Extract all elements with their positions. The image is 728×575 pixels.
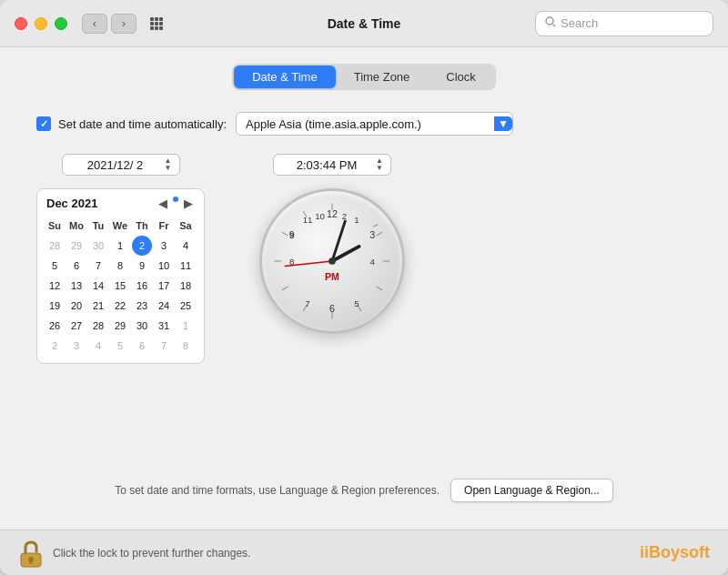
calendar-header-row: Su Mo Tu We Th Fr Sa <box>45 216 197 236</box>
bottom-row: To set date and time formats, use Langua… <box>36 469 692 511</box>
cal-header-su: Su <box>45 216 65 236</box>
svg-rect-2 <box>159 17 163 21</box>
back-button[interactable]: ‹ <box>82 14 107 34</box>
cal-day[interactable]: 14 <box>88 276 108 296</box>
cal-day[interactable]: 12 <box>45 276 65 296</box>
auto-row: ✓ Set date and time automatically: Apple… <box>36 112 692 136</box>
cal-day[interactable]: 28 <box>45 236 65 256</box>
forward-button[interactable]: › <box>111 14 136 34</box>
svg-line-19 <box>282 287 288 290</box>
time-input[interactable]: 2:03:44 PM ▲ ▼ <box>273 154 391 176</box>
cal-dot-icon <box>173 197 178 202</box>
tab-group: Date & Time Time Zone Clock <box>232 64 496 90</box>
grid-button[interactable] <box>144 14 169 34</box>
cal-header-fr: Fr <box>154 216 174 236</box>
cal-day[interactable]: 13 <box>66 276 86 296</box>
date-down-icon[interactable]: ▼ <box>165 165 172 172</box>
time-value: 2:03:44 PM <box>281 158 372 172</box>
brand-logo: iiBoysoft <box>640 543 710 562</box>
calendar-row-6: 2 3 4 5 6 7 8 <box>45 336 197 356</box>
cal-day[interactable]: 1 <box>176 316 196 336</box>
search-icon <box>545 16 556 30</box>
search-placeholder: Search <box>561 16 598 30</box>
cal-day[interactable]: 4 <box>88 336 108 356</box>
cal-prev-button[interactable]: ◀ <box>157 197 169 210</box>
cal-day[interactable]: 9 <box>132 256 152 276</box>
close-button[interactable] <box>15 17 27 30</box>
cal-day[interactable]: 7 <box>88 256 108 276</box>
lock-label: Click the lock to prevent further change… <box>53 547 250 560</box>
server-text: Apple Asia (time.asia.apple.com.) <box>246 117 490 131</box>
svg-text:1: 1 <box>354 215 359 225</box>
cal-day[interactable]: 26 <box>45 316 65 336</box>
cal-next-button[interactable]: ▶ <box>182 197 195 210</box>
time-stepper[interactable]: ▲ ▼ <box>376 157 383 172</box>
open-language-region-button[interactable]: Open Language & Region... <box>450 479 613 502</box>
svg-rect-3 <box>150 22 154 25</box>
cal-day[interactable]: 23 <box>132 296 152 316</box>
svg-line-21 <box>282 232 288 236</box>
cal-day[interactable]: 11 <box>176 256 196 276</box>
cal-day[interactable]: 8 <box>176 336 196 356</box>
cal-day[interactable]: 29 <box>66 236 86 256</box>
cal-day[interactable]: 5 <box>45 256 65 276</box>
tab-clock[interactable]: Clock <box>428 66 494 88</box>
left-section: 2021/12/ 2 ▲ ▼ Dec 2021 ◀ ▶ <box>36 154 205 364</box>
tab-date-time[interactable]: Date & Time <box>234 66 336 88</box>
svg-point-40 <box>329 257 336 265</box>
cal-day[interactable]: 19 <box>45 296 65 316</box>
cal-day[interactable]: 18 <box>176 276 196 296</box>
cal-day[interactable]: 16 <box>132 276 152 296</box>
dropdown-arrow-icon: ▼ <box>494 116 512 131</box>
calendar-nav: ◀ ▶ <box>157 197 195 210</box>
cal-day[interactable]: 2 <box>45 336 65 356</box>
server-dropdown[interactable]: Apple Asia (time.asia.apple.com.) ▼ <box>236 112 513 136</box>
cal-day[interactable]: 27 <box>66 316 86 336</box>
cal-header-mo: Mo <box>66 216 86 236</box>
cal-day[interactable]: 7 <box>154 336 174 356</box>
cal-day[interactable]: 3 <box>66 336 86 356</box>
calendar-month-year: Dec 2021 <box>46 197 97 210</box>
svg-text:5: 5 <box>354 298 359 308</box>
nav-buttons: ‹ › <box>82 14 136 34</box>
lock-icon[interactable] <box>18 539 44 568</box>
maximize-button[interactable] <box>55 17 67 30</box>
time-down-icon[interactable]: ▼ <box>376 165 383 172</box>
svg-text:4: 4 <box>370 257 376 267</box>
cal-day[interactable]: 21 <box>88 296 108 316</box>
cal-day[interactable]: 29 <box>110 316 130 336</box>
cal-day-selected[interactable]: 2 <box>132 236 152 256</box>
footer: Click the lock to prevent further change… <box>0 530 728 575</box>
minimize-button[interactable] <box>35 17 47 30</box>
cal-day[interactable]: 8 <box>110 256 130 276</box>
auto-checkbox[interactable]: ✓ <box>36 116 51 131</box>
cal-day[interactable]: 10 <box>154 256 174 276</box>
cal-day[interactable]: 3 <box>154 236 174 256</box>
cal-day[interactable]: 1 <box>110 236 130 256</box>
cal-day[interactable]: 15 <box>110 276 130 296</box>
date-stepper[interactable]: ▲ ▼ <box>165 157 172 172</box>
calendar-clock-row: 2021/12/ 2 ▲ ▼ Dec 2021 ◀ ▶ <box>36 154 692 364</box>
cal-day[interactable]: 28 <box>88 316 108 336</box>
auto-checkbox-container[interactable]: ✓ Set date and time automatically: <box>36 116 227 131</box>
cal-day[interactable]: 20 <box>66 296 86 316</box>
cal-day[interactable]: 22 <box>110 296 130 316</box>
cal-day[interactable]: 25 <box>176 296 196 316</box>
cal-day[interactable]: 30 <box>88 236 108 256</box>
cal-header-we: We <box>110 216 130 236</box>
cal-day[interactable]: 17 <box>154 276 174 296</box>
svg-text:6: 6 <box>329 303 335 314</box>
cal-day[interactable]: 24 <box>154 296 174 316</box>
cal-day[interactable]: 30 <box>132 316 152 336</box>
cal-day[interactable]: 6 <box>132 336 152 356</box>
cal-header-sa: Sa <box>176 216 196 236</box>
cal-day[interactable]: 6 <box>66 256 86 276</box>
cal-day[interactable]: 4 <box>176 236 196 256</box>
svg-text:9: 9 <box>289 230 294 240</box>
cal-day[interactable]: 31 <box>154 316 174 336</box>
tab-time-zone[interactable]: Time Zone <box>336 66 429 88</box>
cal-day[interactable]: 5 <box>110 336 130 356</box>
date-input[interactable]: 2021/12/ 2 ▲ ▼ <box>62 154 180 176</box>
calendar-row-5: 26 27 28 29 30 31 1 <box>45 316 197 336</box>
search-bar[interactable]: Search <box>535 11 713 36</box>
